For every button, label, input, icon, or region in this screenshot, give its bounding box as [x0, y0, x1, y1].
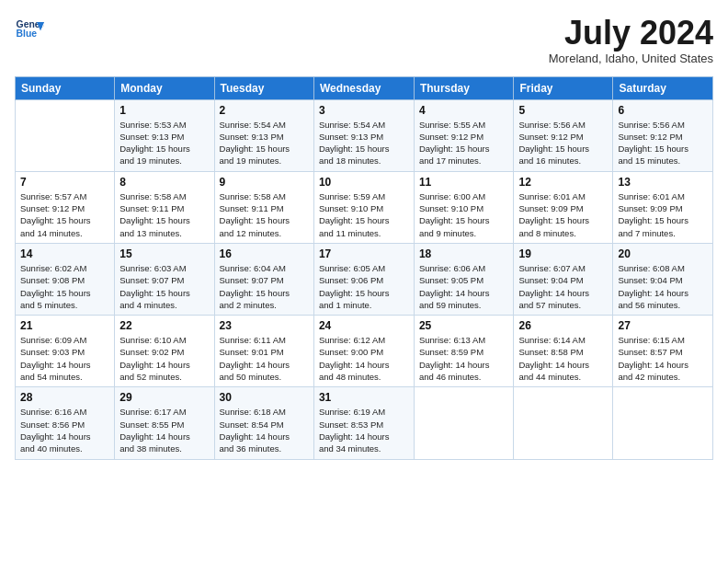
calendar-cell: 13Sunrise: 6:01 AM Sunset: 9:09 PM Dayli…	[613, 171, 713, 243]
logo: General Blue	[15, 15, 44, 44]
calendar-cell: 12Sunrise: 6:01 AM Sunset: 9:09 PM Dayli…	[514, 171, 613, 243]
day-header-friday: Friday	[514, 76, 613, 99]
calendar-cell: 15Sunrise: 6:03 AM Sunset: 9:07 PM Dayli…	[115, 243, 214, 315]
location-label: Moreland, Idaho, United States	[549, 52, 713, 65]
calendar-cell: 9Sunrise: 5:58 AM Sunset: 9:11 PM Daylig…	[214, 171, 313, 243]
day-info: Sunrise: 6:04 AM Sunset: 9:07 PM Dayligh…	[220, 262, 309, 311]
calendar-week-2: 7Sunrise: 5:57 AM Sunset: 9:12 PM Daylig…	[16, 171, 713, 243]
svg-text:Blue: Blue	[17, 29, 38, 39]
calendar-week-1: 1Sunrise: 5:53 AM Sunset: 9:13 PM Daylig…	[16, 99, 713, 171]
day-number: 29	[119, 391, 209, 404]
day-info: Sunrise: 5:53 AM Sunset: 9:13 PM Dayligh…	[119, 119, 209, 167]
day-info: Sunrise: 6:03 AM Sunset: 9:07 PM Dayligh…	[119, 262, 209, 311]
calendar-cell: 7Sunrise: 5:57 AM Sunset: 9:12 PM Daylig…	[16, 171, 115, 243]
calendar-cell: 27Sunrise: 6:15 AM Sunset: 8:57 PM Dayli…	[613, 316, 713, 387]
calendar-cell: 4Sunrise: 5:55 AM Sunset: 9:12 PM Daylig…	[414, 99, 514, 171]
page-header: General Blue July 2024 Moreland, Idaho, …	[15, 15, 713, 65]
day-header-wednesday: Wednesday	[313, 76, 414, 99]
day-info: Sunrise: 5:54 AM Sunset: 9:13 PM Dayligh…	[220, 119, 309, 167]
calendar-cell: 2Sunrise: 5:54 AM Sunset: 9:13 PM Daylig…	[214, 99, 313, 171]
calendar-cell: 22Sunrise: 6:10 AM Sunset: 9:02 PM Dayli…	[115, 316, 214, 387]
calendar-cell: 6Sunrise: 5:56 AM Sunset: 9:12 PM Daylig…	[613, 99, 713, 171]
calendar-cell	[613, 387, 713, 459]
day-info: Sunrise: 5:55 AM Sunset: 9:12 PM Dayligh…	[419, 119, 509, 167]
calendar-week-4: 21Sunrise: 6:09 AM Sunset: 9:03 PM Dayli…	[16, 316, 713, 387]
calendar-week-5: 28Sunrise: 6:16 AM Sunset: 8:56 PM Dayli…	[16, 387, 713, 459]
day-number: 20	[618, 247, 708, 260]
day-number: 28	[20, 391, 109, 404]
calendar-table: SundayMondayTuesdayWednesdayThursdayFrid…	[15, 76, 713, 460]
calendar-cell: 31Sunrise: 6:19 AM Sunset: 8:53 PM Dayli…	[313, 387, 414, 459]
day-number: 2	[220, 104, 309, 117]
calendar-cell: 16Sunrise: 6:04 AM Sunset: 9:07 PM Dayli…	[214, 243, 313, 315]
day-info: Sunrise: 6:19 AM Sunset: 8:53 PM Dayligh…	[319, 406, 409, 454]
day-number: 24	[319, 319, 409, 332]
day-number: 23	[220, 319, 309, 332]
day-info: Sunrise: 6:13 AM Sunset: 8:59 PM Dayligh…	[419, 334, 509, 383]
day-info: Sunrise: 6:14 AM Sunset: 8:58 PM Dayligh…	[518, 334, 608, 383]
calendar-cell	[16, 99, 115, 171]
day-number: 26	[518, 319, 608, 332]
calendar-cell	[514, 387, 613, 459]
calendar-week-3: 14Sunrise: 6:02 AM Sunset: 9:08 PM Dayli…	[16, 243, 713, 315]
title-block: July 2024 Moreland, Idaho, United States	[549, 15, 713, 65]
day-info: Sunrise: 5:56 AM Sunset: 9:12 PM Dayligh…	[518, 119, 608, 167]
day-info: Sunrise: 6:02 AM Sunset: 9:08 PM Dayligh…	[20, 262, 109, 311]
month-title: July 2024	[549, 15, 713, 52]
calendar-cell: 14Sunrise: 6:02 AM Sunset: 9:08 PM Dayli…	[16, 243, 115, 315]
calendar-cell: 1Sunrise: 5:53 AM Sunset: 9:13 PM Daylig…	[115, 99, 214, 171]
day-number: 4	[419, 104, 509, 117]
day-header-thursday: Thursday	[414, 76, 514, 99]
calendar-cell: 30Sunrise: 6:18 AM Sunset: 8:54 PM Dayli…	[214, 387, 313, 459]
calendar-body: 1Sunrise: 5:53 AM Sunset: 9:13 PM Daylig…	[16, 99, 713, 459]
day-header-saturday: Saturday	[613, 76, 713, 99]
day-info: Sunrise: 6:10 AM Sunset: 9:02 PM Dayligh…	[119, 334, 209, 383]
day-number: 27	[618, 319, 708, 332]
day-number: 31	[319, 391, 409, 404]
day-info: Sunrise: 6:11 AM Sunset: 9:01 PM Dayligh…	[220, 334, 309, 383]
day-info: Sunrise: 6:07 AM Sunset: 9:04 PM Dayligh…	[518, 262, 608, 311]
day-info: Sunrise: 6:00 AM Sunset: 9:10 PM Dayligh…	[419, 190, 509, 239]
calendar-cell: 19Sunrise: 6:07 AM Sunset: 9:04 PM Dayli…	[514, 243, 613, 315]
day-info: Sunrise: 5:57 AM Sunset: 9:12 PM Dayligh…	[20, 190, 109, 239]
day-info: Sunrise: 6:16 AM Sunset: 8:56 PM Dayligh…	[20, 406, 109, 454]
day-info: Sunrise: 5:58 AM Sunset: 9:11 PM Dayligh…	[119, 190, 209, 239]
day-number: 6	[618, 104, 708, 117]
calendar-cell: 23Sunrise: 6:11 AM Sunset: 9:01 PM Dayli…	[214, 316, 313, 387]
day-number: 3	[319, 104, 409, 117]
calendar-cell	[414, 387, 514, 459]
day-info: Sunrise: 5:54 AM Sunset: 9:13 PM Dayligh…	[319, 119, 409, 167]
calendar-cell: 10Sunrise: 5:59 AM Sunset: 9:10 PM Dayli…	[313, 171, 414, 243]
day-info: Sunrise: 5:56 AM Sunset: 9:12 PM Dayligh…	[618, 119, 708, 167]
day-info: Sunrise: 6:01 AM Sunset: 9:09 PM Dayligh…	[518, 190, 608, 239]
day-number: 14	[20, 247, 109, 260]
calendar-cell: 3Sunrise: 5:54 AM Sunset: 9:13 PM Daylig…	[313, 99, 414, 171]
day-number: 5	[518, 104, 608, 117]
day-number: 21	[20, 319, 109, 332]
day-number: 17	[319, 247, 409, 260]
day-info: Sunrise: 6:01 AM Sunset: 9:09 PM Dayligh…	[618, 190, 708, 239]
day-number: 15	[119, 247, 209, 260]
day-info: Sunrise: 6:05 AM Sunset: 9:06 PM Dayligh…	[319, 262, 409, 311]
day-number: 25	[419, 319, 509, 332]
day-header-tuesday: Tuesday	[214, 76, 313, 99]
calendar-cell: 8Sunrise: 5:58 AM Sunset: 9:11 PM Daylig…	[115, 171, 214, 243]
day-info: Sunrise: 5:59 AM Sunset: 9:10 PM Dayligh…	[319, 190, 409, 239]
calendar-cell: 20Sunrise: 6:08 AM Sunset: 9:04 PM Dayli…	[613, 243, 713, 315]
calendar-cell: 26Sunrise: 6:14 AM Sunset: 8:58 PM Dayli…	[514, 316, 613, 387]
day-number: 18	[419, 247, 509, 260]
day-number: 11	[419, 176, 509, 189]
day-info: Sunrise: 6:09 AM Sunset: 9:03 PM Dayligh…	[20, 334, 109, 383]
day-header-sunday: Sunday	[16, 76, 115, 99]
calendar-cell: 11Sunrise: 6:00 AM Sunset: 9:10 PM Dayli…	[414, 171, 514, 243]
calendar-cell: 28Sunrise: 6:16 AM Sunset: 8:56 PM Dayli…	[16, 387, 115, 459]
calendar-cell: 17Sunrise: 6:05 AM Sunset: 9:06 PM Dayli…	[313, 243, 414, 315]
header-row: SundayMondayTuesdayWednesdayThursdayFrid…	[16, 76, 713, 99]
day-number: 12	[518, 176, 608, 189]
day-number: 16	[220, 247, 309, 260]
calendar-cell: 29Sunrise: 6:17 AM Sunset: 8:55 PM Dayli…	[115, 387, 214, 459]
calendar-cell: 21Sunrise: 6:09 AM Sunset: 9:03 PM Dayli…	[16, 316, 115, 387]
calendar-cell: 5Sunrise: 5:56 AM Sunset: 9:12 PM Daylig…	[514, 99, 613, 171]
day-number: 30	[220, 391, 309, 404]
day-info: Sunrise: 6:18 AM Sunset: 8:54 PM Dayligh…	[220, 406, 309, 454]
